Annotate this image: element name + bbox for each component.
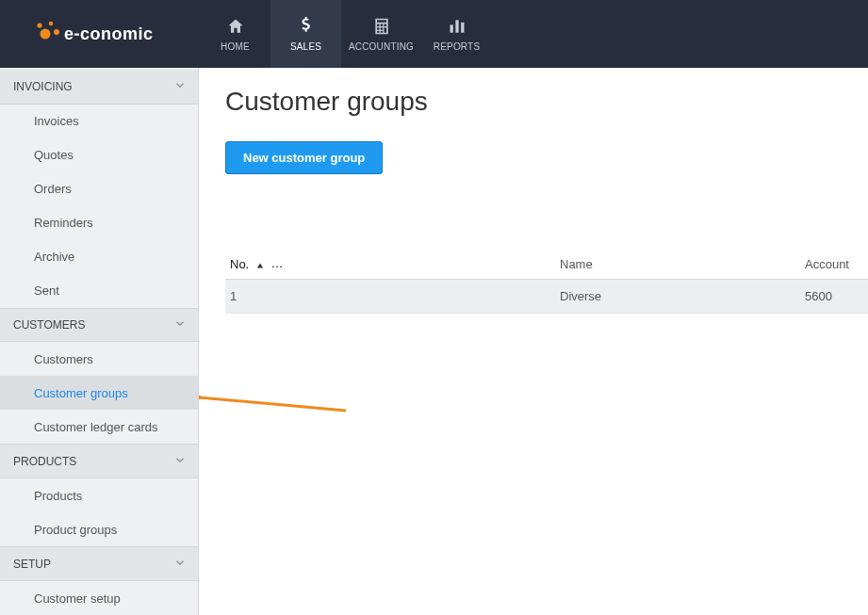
column-header-no[interactable]: No. … (225, 250, 555, 280)
sidebar-item-sent[interactable]: Sent (0, 274, 198, 308)
sidebar-item-label: Invoices (34, 114, 79, 128)
sidebar-section-label: CUSTOMERS (13, 318, 85, 332)
cell-account: 5600 (800, 280, 868, 314)
customer-groups-table: No. … Name Account (225, 250, 868, 314)
sidebar-item-label: Products (34, 489, 82, 503)
column-header-label: No. (230, 257, 249, 271)
svg-rect-9 (461, 22, 464, 32)
table-row[interactable]: 1 Diverse 5600 (225, 280, 868, 314)
svg-point-1 (49, 22, 53, 25)
sort-asc-icon (256, 262, 264, 269)
sidebar-item-customers[interactable]: Customers (0, 342, 198, 376)
top-nav: HOME SALES ACCOUNTING REPORTS (200, 0, 492, 68)
nav-home[interactable]: HOME (200, 0, 270, 68)
nav-sales[interactable]: SALES (270, 0, 341, 68)
new-customer-group-button[interactable]: New customer group (225, 141, 383, 174)
annotation-arrow (199, 390, 355, 418)
sidebar-item-label: Customer setup (34, 591, 121, 606)
column-header-account[interactable]: Account (800, 250, 868, 280)
nav-reports[interactable]: REPORTS (421, 0, 492, 68)
nav-home-label: HOME (221, 41, 250, 52)
sidebar-section-label: PRODUCTS (13, 455, 76, 468)
svg-point-2 (41, 29, 51, 40)
sidebar-section-label: INVOICING (13, 80, 73, 93)
sidebar-section-products[interactable]: PRODUCTS (0, 444, 198, 478)
chevron-down-icon (173, 556, 187, 572)
svg-text:e: e (64, 24, 74, 43)
nav-reports-label: REPORTS (434, 41, 481, 52)
svg-point-0 (37, 23, 41, 27)
nav-accounting[interactable]: ACCOUNTING (341, 0, 421, 68)
sidebar-section-invoicing[interactable]: INVOICING (0, 70, 198, 105)
sidebar-item-label: Quotes (34, 148, 74, 162)
sidebar: INVOICING Invoices Quotes Orders Reminde… (0, 68, 199, 615)
svg-marker-10 (257, 263, 263, 267)
sidebar-item-label: Archive (34, 250, 74, 264)
sidebar-item-products[interactable]: Products (0, 478, 198, 512)
sidebar-item-quotes[interactable]: Quotes (0, 138, 198, 172)
cell-name: Diverse (555, 280, 800, 314)
sidebar-section-label: SETUP (13, 558, 51, 571)
nav-accounting-label: ACCOUNTING (349, 41, 414, 52)
sidebar-item-label: Customers (34, 352, 93, 366)
sidebar-item-customer-groups[interactable]: Customer groups (0, 376, 198, 410)
content-area: Customer groups New customer group No. … (199, 68, 868, 615)
sidebar-item-label: Customer groups (34, 386, 128, 400)
topbar: e conomic HOME SALES ACCOUNTING REPORTS (0, 0, 868, 68)
sidebar-item-product-groups[interactable]: Product groups (0, 512, 198, 546)
svg-point-3 (54, 29, 59, 35)
sidebar-item-archive[interactable]: Archive (0, 240, 198, 274)
column-header-name[interactable]: Name (555, 250, 800, 280)
sidebar-section-setup[interactable]: SETUP (0, 546, 198, 581)
sidebar-item-customer-ledger-cards[interactable]: Customer ledger cards (0, 410, 198, 444)
sidebar-item-label: Orders (34, 182, 72, 196)
column-options-icon[interactable]: … (270, 256, 284, 270)
sidebar-item-invoices[interactable]: Invoices (0, 105, 198, 138)
sidebar-item-customer-setup[interactable]: Customer setup (0, 581, 198, 615)
column-header-label: Account (805, 257, 849, 271)
sidebar-item-label: Sent (34, 283, 59, 298)
svg-rect-8 (455, 20, 458, 32)
page-title: Customer groups (225, 87, 868, 117)
sidebar-section-customers[interactable]: CUSTOMERS (0, 308, 198, 343)
sidebar-item-label: Reminders (34, 216, 93, 230)
chevron-down-icon (173, 317, 187, 333)
sidebar-item-orders[interactable]: Orders (0, 172, 198, 206)
cell-no: 1 (225, 280, 555, 314)
sidebar-item-reminders[interactable]: Reminders (0, 206, 198, 240)
svg-line-12 (199, 397, 346, 411)
svg-text:conomic: conomic (80, 24, 154, 43)
main-area: INVOICING Invoices Quotes Orders Reminde… (0, 68, 868, 615)
chevron-down-icon (173, 453, 187, 469)
chevron-down-icon (173, 78, 187, 94)
sidebar-item-label: Product groups (34, 523, 117, 537)
svg-rect-7 (450, 24, 452, 32)
column-header-label: Name (560, 257, 593, 271)
svg-rect-5 (74, 34, 79, 36)
brand-logo: e conomic (0, 0, 200, 68)
sidebar-item-label: Customer ledger cards (34, 420, 158, 434)
nav-sales-label: SALES (290, 41, 321, 52)
